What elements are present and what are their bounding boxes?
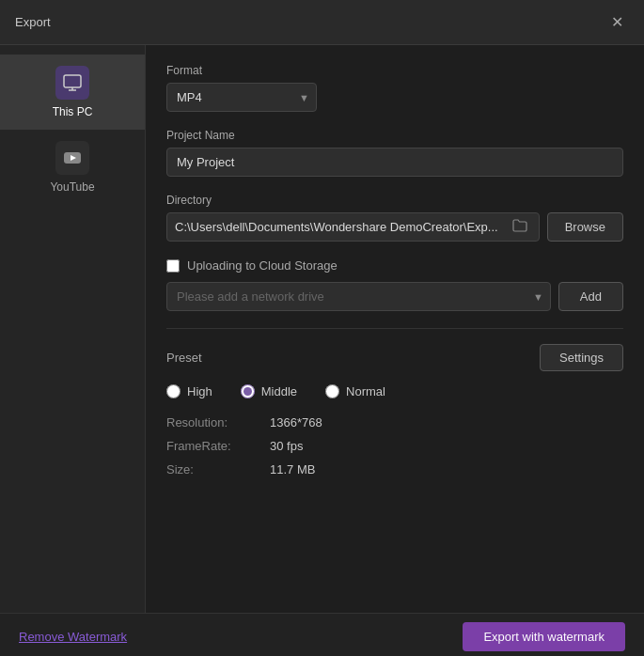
radio-group: High Middle Normal	[166, 384, 623, 398]
folder-icon-button[interactable]	[509, 217, 531, 237]
project-name-input[interactable]	[166, 148, 623, 177]
radio-normal-input[interactable]	[325, 384, 339, 398]
footer: Remove Watermark Export with watermark	[0, 613, 644, 656]
cloud-select-wrapper: Please add a network drive ▼	[166, 282, 551, 311]
cloud-drive-row: Please add a network drive ▼ Add	[166, 282, 623, 311]
format-group: Format MP4 AVI MOV WMV ▼	[166, 64, 623, 112]
radio-middle[interactable]: Middle	[241, 384, 297, 398]
format-select[interactable]: MP4 AVI MOV WMV	[166, 83, 317, 112]
sidebar-item-youtube[interactable]: YouTube	[0, 130, 145, 205]
radio-high-label: High	[187, 384, 212, 398]
directory-label: Directory	[166, 194, 623, 207]
preset-label: Preset	[166, 351, 202, 365]
radio-middle-label: Middle	[261, 384, 297, 398]
size-key: Size:	[166, 462, 270, 476]
dir-input-wrapper	[166, 212, 540, 242]
svg-rect-0	[64, 75, 81, 87]
size-value: 11.7 MB	[270, 462, 623, 476]
youtube-label: YouTube	[50, 180, 94, 194]
framerate-value: 30 fps	[270, 439, 623, 453]
sidebar-item-this-pc[interactable]: This PC	[0, 55, 145, 130]
project-name-label: Project Name	[166, 129, 623, 142]
radio-high[interactable]: High	[166, 384, 212, 398]
resolution-key: Resolution:	[166, 415, 270, 430]
preset-row: Preset Settings	[166, 344, 623, 371]
title-bar: Export ✕	[0, 0, 644, 45]
directory-row: Browse	[166, 212, 623, 242]
directory-group: Directory Browse	[166, 194, 623, 242]
add-button[interactable]: Add	[558, 282, 623, 311]
framerate-key: FrameRate:	[166, 439, 270, 453]
this-pc-icon	[55, 66, 89, 100]
browse-button[interactable]: Browse	[547, 212, 623, 242]
cloud-storage-checkbox[interactable]	[166, 259, 180, 273]
radio-normal-label: Normal	[346, 384, 385, 398]
content-area: Format MP4 AVI MOV WMV ▼ Project Name Di…	[146, 45, 644, 613]
cloud-storage-group: Uploading to Cloud Storage Please add a …	[166, 258, 623, 311]
cloud-storage-label[interactable]: Uploading to Cloud Storage	[187, 258, 338, 273]
this-pc-label: This PC	[53, 105, 93, 118]
title-bar-text: Export	[15, 15, 51, 29]
checkbox-row: Uploading to Cloud Storage	[166, 258, 623, 273]
radio-middle-input[interactable]	[241, 384, 255, 398]
export-button[interactable]: Export with watermark	[463, 622, 625, 651]
sidebar: This PC YouTube	[0, 45, 146, 613]
settings-button[interactable]: Settings	[540, 344, 623, 371]
format-select-wrapper: MP4 AVI MOV WMV ▼	[166, 83, 317, 112]
info-grid: Resolution: 1366*768 FrameRate: 30 fps S…	[166, 415, 623, 476]
resolution-value: 1366*768	[270, 415, 623, 430]
close-button[interactable]: ✕	[605, 11, 629, 33]
project-name-group: Project Name	[166, 129, 623, 177]
youtube-icon	[55, 141, 89, 175]
remove-watermark-link[interactable]: Remove Watermark	[19, 630, 127, 644]
radio-high-input[interactable]	[166, 384, 181, 398]
radio-normal[interactable]: Normal	[325, 384, 385, 398]
format-label: Format	[166, 64, 623, 77]
cloud-drive-select[interactable]: Please add a network drive	[166, 282, 551, 311]
divider	[166, 328, 623, 329]
directory-input[interactable]	[175, 213, 509, 241]
